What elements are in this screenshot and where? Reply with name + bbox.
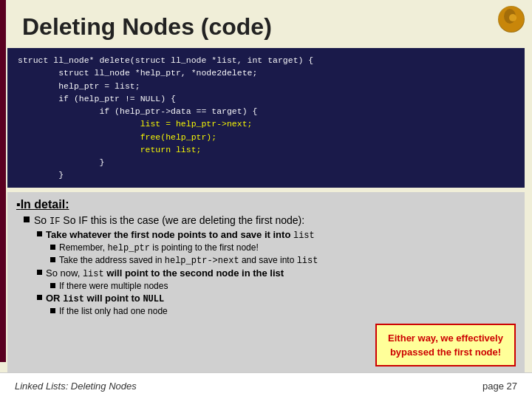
bullet-6: OR list will point to NULL xyxy=(37,293,516,304)
bullet-square-7 xyxy=(50,308,55,313)
page-container: Deleting Nodes (code) struct ll_node* de… xyxy=(0,0,532,399)
slide-title: Deleting Nodes (code) xyxy=(22,13,517,41)
footer-title: Linked Lists: Deleting Nodes xyxy=(15,381,137,392)
code-block: struct ll_node* delete(struct ll_node *l… xyxy=(7,48,525,188)
bullet-square-3b xyxy=(50,257,55,262)
bullet-1: So IF So IF this is the case (we are del… xyxy=(24,214,516,227)
code-content: struct ll_node* delete(struct ll_node *l… xyxy=(18,54,514,182)
callout-box: Either way, we effectively bypassed the … xyxy=(375,324,516,366)
left-border xyxy=(0,0,6,362)
bullet-square-5 xyxy=(50,283,55,288)
logo xyxy=(498,6,525,33)
bullet-3a: Remember, help_ptr is pointing to the fi… xyxy=(50,242,516,253)
bullet-square-6 xyxy=(37,295,42,300)
bullet-square-4 xyxy=(37,270,42,275)
logo-circle xyxy=(498,6,525,33)
in-detail-heading: ▪In detail: xyxy=(16,198,516,211)
bullet-3b: Take the address saved in help_ptr->next… xyxy=(50,255,516,266)
bullet-7: If the list only had one node xyxy=(50,306,516,316)
svg-point-2 xyxy=(509,14,516,21)
bullet-4: So now, list will point to the second no… xyxy=(37,267,516,279)
bullet-square-1 xyxy=(24,216,30,222)
title-area: Deleting Nodes (code) xyxy=(0,0,532,48)
footer-page: page 27 xyxy=(482,381,517,392)
bullet-2: Take whatever the first node points to a… xyxy=(37,229,516,241)
bullet-square-3a xyxy=(50,245,55,250)
content-area: ▪In detail: So IF So IF this is the case… xyxy=(7,192,525,373)
footer: Linked Lists: Deleting Nodes page 27 xyxy=(0,372,532,399)
bullet-square-2 xyxy=(37,231,42,236)
bullet-5: If there were multiple nodes xyxy=(50,281,516,291)
